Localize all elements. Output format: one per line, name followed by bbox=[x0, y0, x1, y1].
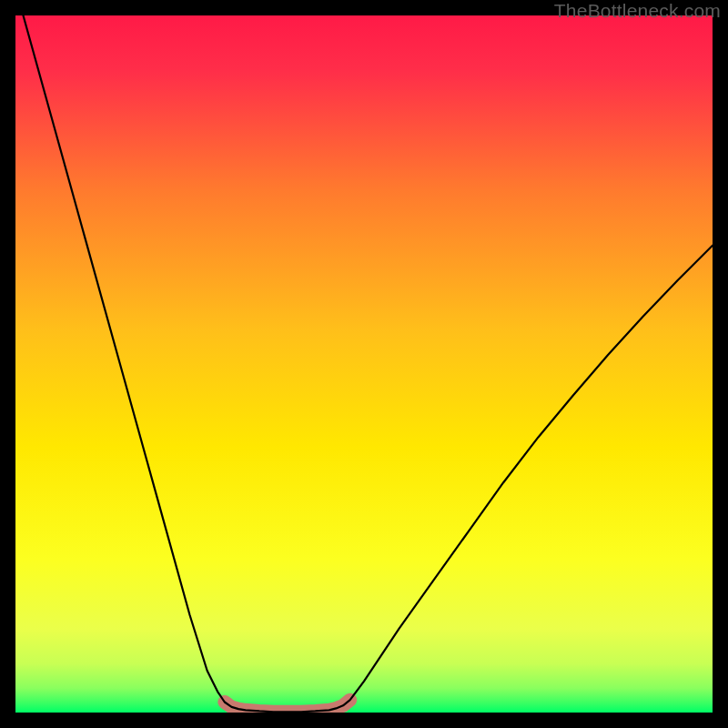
plot-area bbox=[15, 15, 713, 713]
chart-stage: TheBottleneck.com bbox=[0, 0, 728, 728]
gradient-background bbox=[15, 15, 713, 713]
svg-rect-0 bbox=[15, 15, 713, 713]
watermark-text: TheBottleneck.com bbox=[554, 0, 721, 22]
